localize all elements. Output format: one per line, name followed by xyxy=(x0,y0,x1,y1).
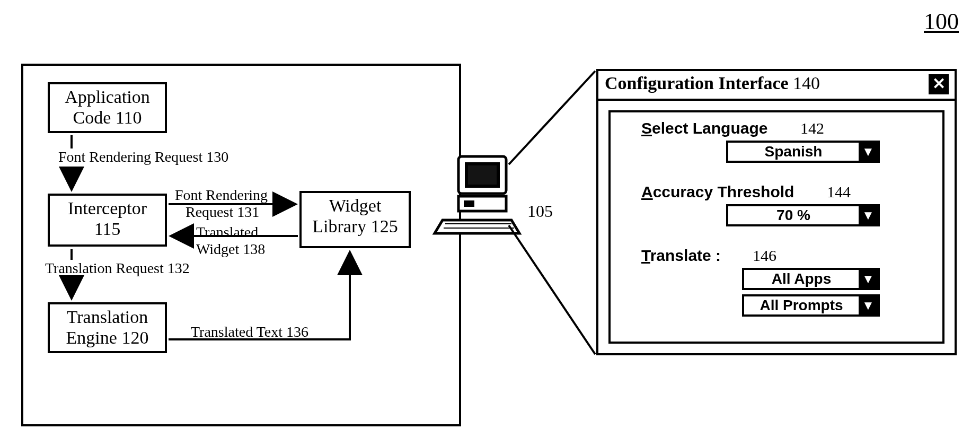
chevron-down-icon[interactable]: ▼ xyxy=(859,206,878,224)
svg-line-14 xyxy=(509,71,595,164)
svg-rect-2 xyxy=(468,165,497,185)
label-translated-widget-138-line1: Translated xyxy=(196,224,258,241)
chevron-down-icon[interactable]: ▼ xyxy=(859,143,878,161)
label-font-rendering-request-130: Font Rendering Request 130 xyxy=(58,148,228,165)
computer-ref-105: 105 xyxy=(527,202,553,221)
config-title-bar: Configuration Interface 140 xyxy=(596,69,957,101)
block-application-code-text: Application Code 110 xyxy=(50,84,165,128)
label-translated-text-136: Translated Text 136 xyxy=(191,323,308,340)
block-translation-engine: Translation Engine 120 xyxy=(48,302,167,353)
svg-marker-5 xyxy=(435,220,519,233)
block-widget-library: Widget Library 125 xyxy=(299,191,411,248)
svg-line-15 xyxy=(509,225,595,354)
label-translated-widget-138-line2: Widget 138 xyxy=(196,241,265,258)
dropdown-language[interactable]: Spanish ▼ xyxy=(726,141,880,163)
ref-translate-146: 146 xyxy=(753,247,776,265)
label-select-language: Select Language xyxy=(641,119,767,137)
label-font-rendering-request-131-line2: Request 131 xyxy=(186,204,259,221)
chevron-down-icon[interactable]: ▼ xyxy=(859,296,878,314)
dropdown-translate-apps-value: All Apps xyxy=(744,270,859,288)
block-application-code: Application Code 110 xyxy=(48,82,167,133)
dropdown-translate-apps[interactable]: All Apps ▼ xyxy=(742,268,880,290)
config-title-text: Configuration Interface 140 xyxy=(605,73,820,93)
block-interceptor: Interceptor 115 xyxy=(48,194,167,247)
dropdown-accuracy[interactable]: 70 % ▼ xyxy=(726,204,880,226)
svg-rect-4 xyxy=(464,200,474,207)
label-font-rendering-request-131-line1: Font Rendering xyxy=(175,187,268,204)
block-interceptor-text: Interceptor 115 xyxy=(50,196,165,239)
dropdown-accuracy-value: 70 % xyxy=(728,206,859,224)
figure-ref-100: 100 xyxy=(924,8,959,35)
close-icon[interactable]: ✕ xyxy=(929,74,949,94)
block-widget-library-text: Widget Library 125 xyxy=(302,193,409,237)
label-accuracy-threshold: Accuracy Threshold xyxy=(641,183,794,201)
ref-select-language-142: 142 xyxy=(800,119,824,137)
dropdown-language-value: Spanish xyxy=(728,143,859,161)
dropdown-translate-prompts[interactable]: All Prompts ▼ xyxy=(742,294,880,317)
label-translation-request-132: Translation Request 132 xyxy=(45,260,190,277)
block-translation-engine-text: Translation Engine 120 xyxy=(50,304,165,348)
computer-icon xyxy=(432,154,522,239)
label-translate: Translate : xyxy=(641,247,721,265)
diagram-canvas: 100 Application Code 110 Interceptor 115… xyxy=(0,0,980,446)
ref-accuracy-threshold-144: 144 xyxy=(827,183,851,201)
chevron-down-icon[interactable]: ▼ xyxy=(859,270,878,288)
dropdown-translate-prompts-value: All Prompts xyxy=(744,296,859,314)
